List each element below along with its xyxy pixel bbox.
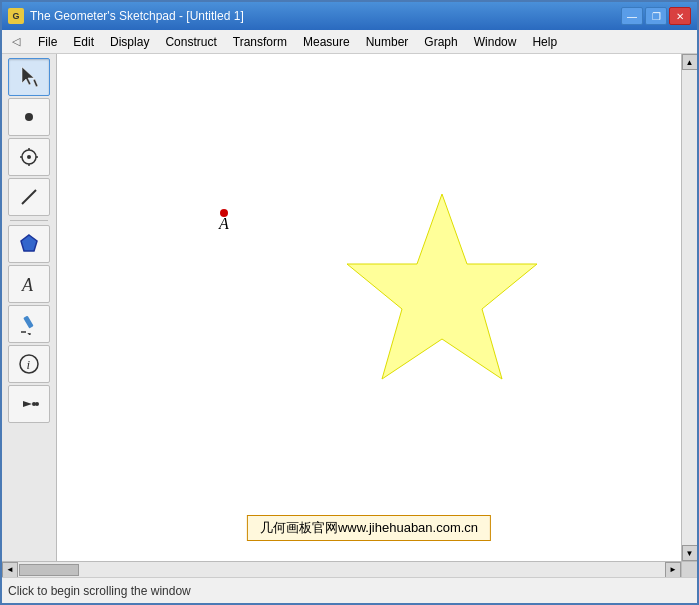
svg-marker-20 xyxy=(347,194,537,379)
menu-items: ◁ File Edit Display Construct Transform … xyxy=(6,32,693,52)
svg-point-3 xyxy=(22,150,36,164)
bottom-scrollbar: ◄ ► xyxy=(2,561,697,577)
compass-tool-button[interactable] xyxy=(8,138,50,176)
watermark-text: 几何画板官网www.jihehuaban.com.cn xyxy=(260,520,478,535)
toolbar-separator xyxy=(10,220,48,221)
menu-back-icon[interactable]: ◁ xyxy=(6,32,26,52)
menu-transform[interactable]: Transform xyxy=(225,33,295,51)
marker-tool-button[interactable] xyxy=(8,305,50,343)
scroll-track-right[interactable] xyxy=(683,70,697,545)
svg-point-2 xyxy=(25,113,33,121)
scroll-track-bottom[interactable] xyxy=(18,563,665,577)
scroll-right-button[interactable]: ► xyxy=(665,562,681,578)
scroll-down-button[interactable]: ▼ xyxy=(682,545,698,561)
scroll-left-button[interactable]: ◄ xyxy=(2,562,18,578)
scrollbar-corner xyxy=(681,562,697,578)
svg-text:i: i xyxy=(27,357,31,372)
status-text: Click to begin scrolling the window xyxy=(8,584,691,598)
window-controls: — ❐ ✕ xyxy=(621,7,691,25)
title-bar: G The Geometer's Sketchpad - [Untitled 1… xyxy=(2,2,697,30)
svg-marker-13 xyxy=(27,332,32,335)
scroll-up-button[interactable]: ▲ xyxy=(682,54,698,70)
star-shape xyxy=(327,184,557,404)
svg-text:A: A xyxy=(21,275,34,295)
custom-tool-button[interactable] xyxy=(8,385,50,423)
window-title: The Geometer's Sketchpad - [Untitled 1] xyxy=(30,9,621,23)
point-a: A xyxy=(219,209,229,233)
menu-graph[interactable]: Graph xyxy=(416,33,465,51)
svg-marker-17 xyxy=(23,401,32,407)
app-icon: G xyxy=(8,8,24,24)
toolbar: A i xyxy=(2,54,57,561)
info-tool-button[interactable]: i xyxy=(8,345,50,383)
svg-point-19 xyxy=(35,402,39,406)
menu-number[interactable]: Number xyxy=(358,33,417,51)
svg-marker-1 xyxy=(33,79,38,87)
menu-bar: ◁ File Edit Display Construct Transform … xyxy=(2,30,697,54)
svg-point-18 xyxy=(32,402,36,406)
status-bar: Click to begin scrolling the window xyxy=(2,577,697,603)
canvas-area[interactable]: A 几何画板官网www.jihehuaban.com.cn xyxy=(57,54,681,561)
polygon-tool-button[interactable] xyxy=(8,225,50,263)
menu-edit[interactable]: Edit xyxy=(65,33,102,51)
app-window: G The Geometer's Sketchpad - [Untitled 1… xyxy=(0,0,699,605)
svg-line-9 xyxy=(22,190,36,204)
menu-measure[interactable]: Measure xyxy=(295,33,358,51)
menu-help[interactable]: Help xyxy=(524,33,565,51)
point-a-label: A xyxy=(219,215,229,233)
restore-button[interactable]: ❐ xyxy=(645,7,667,25)
svg-marker-0 xyxy=(22,67,34,85)
text-tool-button[interactable]: A xyxy=(8,265,50,303)
right-scrollbar: ▲ ▼ xyxy=(681,54,697,561)
minimize-button[interactable]: — xyxy=(621,7,643,25)
svg-rect-12 xyxy=(23,316,33,329)
svg-point-4 xyxy=(27,155,31,159)
menu-construct[interactable]: Construct xyxy=(157,33,224,51)
line-tool-button[interactable] xyxy=(8,178,50,216)
menu-window[interactable]: Window xyxy=(466,33,525,51)
close-button[interactable]: ✕ xyxy=(669,7,691,25)
menu-file[interactable]: File xyxy=(30,33,65,51)
svg-marker-10 xyxy=(21,235,37,251)
select-tool-button[interactable] xyxy=(8,58,50,96)
svg-point-15 xyxy=(20,355,38,373)
scroll-thumb-horizontal[interactable] xyxy=(19,564,79,576)
watermark-bar: 几何画板官网www.jihehuaban.com.cn xyxy=(247,515,491,541)
point-tool-button[interactable] xyxy=(8,98,50,136)
menu-display[interactable]: Display xyxy=(102,33,157,51)
main-area: A i xyxy=(2,54,697,561)
